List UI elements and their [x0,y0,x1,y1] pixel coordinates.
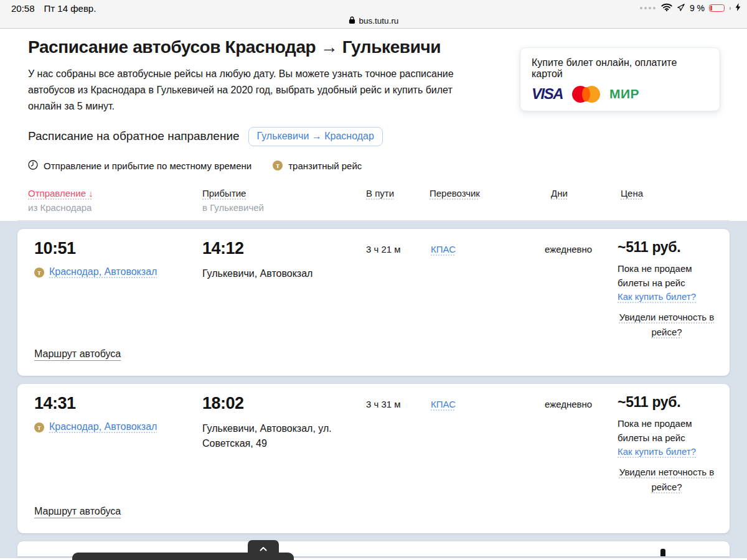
column-arrival[interactable]: Прибытие [202,188,246,198]
how-to-buy-link[interactable]: Как купить билет? [618,291,696,302]
sale-note: Пока не продаем билеты на рейс [618,416,716,446]
legend: Отправление и прибытие по местному време… [28,160,719,172]
battery-percent: 9 % [690,3,705,13]
table-subheader-row: из Краснодара в Гулькевичей [28,202,719,213]
column-days[interactable]: Дни [551,188,568,198]
mastercard-logo [572,86,600,103]
status-bar: 20:58 Пт 14 февр. 9 % [0,0,747,14]
ride-card: 10:51 т Краснодар, Автовокзал 14:12 Гуль… [17,229,730,376]
legend-transit-label: транзитный рейс [288,161,362,171]
legend-transit: т транзитный рейс [273,161,362,171]
arrival-station: Гулькевичи, Автовокзал [202,266,350,281]
reverse-direction-label: Расписание на обратное направление [28,129,240,143]
reverse-direction-button[interactable]: Гулькевичи → Краснодар [248,127,383,146]
payment-banner-text: Купите билет онлайн, оплатите картой [532,57,708,80]
departure-station-link[interactable]: Краснодар, Автовокзал [49,266,157,278]
column-duration[interactable]: В пути [366,188,394,198]
subheader-from: из Краснодара [28,202,202,213]
charging-bolt-icon [735,3,741,13]
collapse-banner-button[interactable] [248,540,279,556]
how-to-buy-link[interactable]: Как купить билет? [618,446,696,457]
page-header: Купите билет онлайн, оплатите картой VIS… [0,37,747,213]
payment-banner: Купите билет онлайн, оплатите картой VIS… [520,47,720,111]
column-carrier[interactable]: Перевозчик [430,188,480,198]
clipped-price-top [660,549,665,556]
ride-days: ежедневно [545,394,618,495]
reverse-direction-row: Расписание на обратное направление Гульк… [28,127,719,146]
ride-duration: 3 ч 21 м [366,239,431,340]
visa-logo: VISA [532,85,563,103]
page-description: У нас собраны все автобусные рейсы на лю… [28,66,471,114]
address-bar[interactable]: bus.tutu.ru [0,14,747,27]
departure-time: 10:51 [34,239,202,258]
transit-icon: т [273,161,283,170]
ride-days: ежедневно [545,239,618,340]
location-arrow-icon [677,3,685,14]
browser-chrome: 20:58 Пт 14 февр. 9 % bus.tutu.ru [0,0,747,29]
mir-logo: МИР [609,86,639,101]
wifi-icon [661,3,672,13]
ride-duration: 3 ч 31 м [366,394,431,495]
clock-icon [28,160,38,172]
column-departure-sort[interactable]: Отправление ↓ [28,188,93,198]
transit-icon: т [34,268,44,278]
lock-icon [349,16,355,26]
status-time: 20:58 [11,3,35,14]
arrival-time: 18:02 [202,394,366,413]
carrier-link[interactable]: КПАС [431,244,456,254]
ride-price: ~511 руб. [618,239,716,256]
bus-route-link[interactable]: Маршрут автобуса [34,348,121,360]
legend-local-time: Отправление и прибытие по местному време… [28,160,251,172]
report-inaccuracy-link[interactable]: Увидели неточность в рейсе? [618,465,716,495]
column-price[interactable]: Цена [621,188,643,198]
arrival-station: Гулькевичи, Автовокзал, ул. Советская, 4… [202,421,350,451]
sale-note: Пока не продаем билеты на рейс [618,261,716,291]
legend-local-time-label: Отправление и прибытие по местному време… [44,161,251,171]
subheader-to: в Гулькевичей [202,202,719,213]
ride-card: 14:31 т Краснодар, Автовокзал 18:02 Гуль… [17,384,730,533]
cellular-signal-icon [640,7,655,9]
battery-cap [730,7,731,10]
table-header-row: Отправление ↓ Прибытие В пути Перевозчик… [28,188,719,198]
url-domain[interactable]: bus.tutu.ru [359,16,399,26]
carrier-link[interactable]: КПАС [431,399,456,409]
status-date: Пт 14 февр. [44,3,96,14]
ride-price: ~511 руб. [618,394,716,411]
departure-time: 14:31 [34,394,202,413]
chevron-up-icon [260,543,267,554]
departure-station-link[interactable]: Краснодар, Автовокзал [49,421,157,432]
transit-icon: т [34,422,44,432]
battery-icon [709,4,725,12]
results-list: 10:51 т Краснодар, Автовокзал 14:12 Гуль… [0,221,747,558]
report-inaccuracy-link[interactable]: Увидели неточность в рейсе? [618,310,716,340]
bus-route-link[interactable]: Маршрут автобуса [34,506,121,517]
arrival-time: 14:12 [202,239,366,258]
